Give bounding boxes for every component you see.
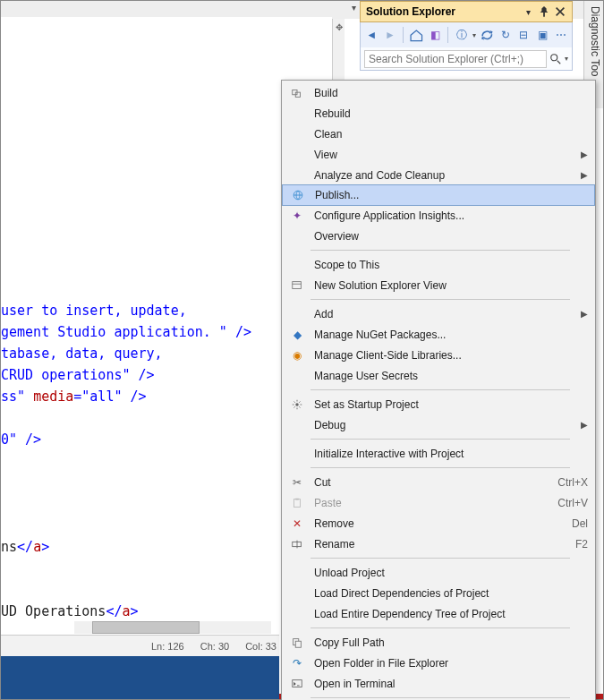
clipboard-icon <box>287 496 307 510</box>
chevron-right-icon: ▶ <box>581 170 588 180</box>
nuget-icon: ◆ <box>287 328 307 342</box>
svg-rect-6 <box>294 499 301 507</box>
menu-manage-client-libs[interactable]: ◉Manage Client-Side Libraries... <box>282 345 595 365</box>
pin-icon[interactable] <box>538 5 550 18</box>
project-context-menu: Build Rebuild Clean View▶ Analyze and Co… <box>281 80 596 700</box>
menu-set-startup[interactable]: Set as Startup Project <box>282 394 595 414</box>
delete-icon: ✕ <box>287 516 307 531</box>
svg-point-0 <box>551 54 557 60</box>
status-line: Ln: 126 <box>151 641 184 652</box>
menu-analyze[interactable]: Analyze and Code Cleanup▶ <box>282 165 595 185</box>
menu-load-entire-tree[interactable]: Load Entire Dependency Tree of Project <box>282 603 595 624</box>
menu-scope-to-this[interactable]: Scope to This <box>282 254 595 275</box>
menu-open-folder[interactable]: ↷Open Folder in File Explorer <box>282 653 595 673</box>
copy-icon <box>287 636 307 650</box>
scissors-icon: ✂ <box>287 475 307 490</box>
split-handle-icon[interactable]: ✥ <box>335 22 344 33</box>
menu-unload-project[interactable]: Unload Project <box>282 562 595 583</box>
terminal-icon <box>287 677 307 691</box>
menu-load-direct-deps[interactable]: Load Direct Dependencies of Project <box>282 583 595 603</box>
build-icon <box>287 86 307 100</box>
menu-clean[interactable]: Clean <box>282 124 595 144</box>
menu-paste: PasteCtrl+V <box>282 492 595 513</box>
menu-debug[interactable]: Debug▶ <box>282 414 595 435</box>
status-bar: Ln: 126 Ch: 30 Col: 33 <box>1 635 279 656</box>
pending-changes-icon[interactable]: ⓘ <box>454 27 469 43</box>
chevron-right-icon: ▶ <box>581 420 588 430</box>
menu-build[interactable]: Build <box>282 82 595 103</box>
menu-configure-insights[interactable]: ✦Configure Application Insights... <box>282 205 595 226</box>
home-icon[interactable] <box>409 27 424 43</box>
chevron-right-icon: ▶ <box>581 149 588 159</box>
window-icon <box>287 278 307 293</box>
status-char: Ch: 30 <box>200 641 229 652</box>
library-icon: ◉ <box>287 348 307 363</box>
menu-copy-full-path[interactable]: Copy Full Path <box>282 632 595 653</box>
open-folder-icon: ↷ <box>287 656 307 670</box>
collapse-all-icon[interactable]: ⊟ <box>516 27 532 43</box>
switch-views-icon[interactable]: ◧ <box>428 27 443 43</box>
menu-init-interactive[interactable]: Initialize Interactive with Project <box>282 443 595 464</box>
menu-cut[interactable]: ✂CutCtrl+X <box>282 472 595 492</box>
menu-rebuild[interactable]: Rebuild <box>282 103 595 124</box>
nav-forward-icon[interactable]: ► <box>383 27 398 43</box>
window-position-icon[interactable]: ▾ <box>522 5 534 18</box>
menu-remove[interactable]: ✕RemoveDel <box>282 513 595 534</box>
menu-view[interactable]: View▶ <box>282 144 595 165</box>
gear-icon <box>287 397 307 412</box>
refresh-icon[interactable]: ↻ <box>498 27 514 43</box>
show-all-files-icon[interactable]: ▣ <box>535 27 550 43</box>
horizontal-scrollbar[interactable] <box>74 621 271 634</box>
bottom-panel <box>1 656 279 699</box>
insights-icon: ✦ <box>287 209 307 223</box>
menu-new-explorer-view[interactable]: New Solution Explorer View <box>282 275 595 295</box>
chevron-right-icon: ▶ <box>581 309 588 319</box>
menu-manage-user-secrets[interactable]: Manage User Secrets <box>282 365 595 386</box>
status-col: Col: 33 <box>245 641 276 652</box>
solution-explorer-toolbar: ◄ ► ◧ ⓘ ▾ ↻ ⊟ ▣ ⋯ <box>360 22 573 47</box>
svg-point-5 <box>295 403 299 406</box>
search-options-icon[interactable]: ▾ <box>565 55 568 63</box>
menu-overview[interactable]: Overview <box>282 226 595 246</box>
svg-rect-11 <box>293 679 302 687</box>
menu-publish[interactable]: Publish... <box>282 184 595 206</box>
globe-icon <box>288 188 308 202</box>
svg-rect-7 <box>295 498 299 499</box>
menu-rename[interactable]: RenameF2 <box>282 534 595 554</box>
svg-rect-4 <box>293 281 302 288</box>
svg-rect-10 <box>295 641 301 647</box>
menu-add[interactable]: Add▶ <box>282 303 595 324</box>
dropdown-arrow-icon[interactable]: ▾ <box>352 3 356 15</box>
solution-explorer-search-row: ▾ <box>360 47 573 71</box>
menu-manage-nuget[interactable]: ◆Manage NuGet Packages... <box>282 324 595 345</box>
solution-explorer-title: Solution Explorer <box>366 5 518 18</box>
nav-back-icon[interactable]: ◄ <box>364 27 379 43</box>
more-icon[interactable]: ⋯ <box>553 27 568 43</box>
menu-open-terminal[interactable]: Open in Terminal <box>282 673 595 694</box>
solution-explorer-header: Solution Explorer ▾ <box>360 1 573 22</box>
search-icon[interactable] <box>547 53 565 65</box>
rename-icon <box>287 537 307 551</box>
close-icon[interactable] <box>554 5 566 18</box>
sync-icon[interactable] <box>480 27 495 43</box>
search-input[interactable] <box>364 50 547 68</box>
